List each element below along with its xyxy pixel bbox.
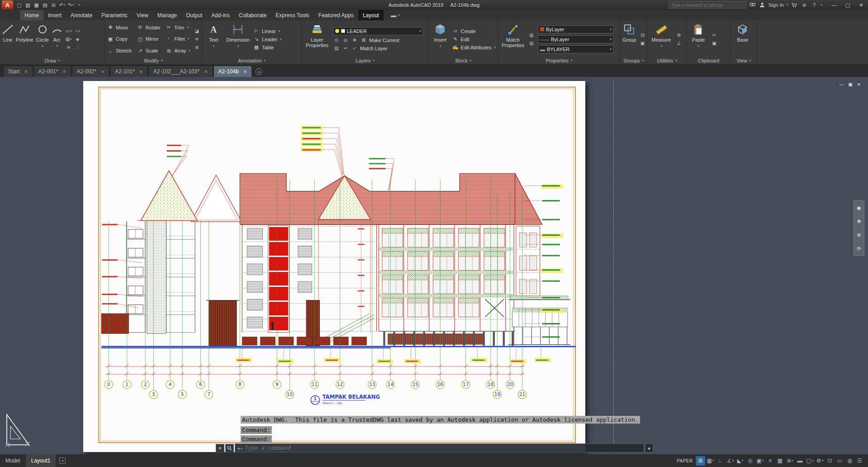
close-tab-icon[interactable]: ✕: [101, 69, 104, 74]
zoom-icon[interactable]: ⊕: [857, 232, 861, 238]
scale-button[interactable]: ↗Scale: [137, 45, 160, 57]
quick-select-icon[interactable]: ⊕: [675, 32, 683, 38]
doc-restore-icon[interactable]: ▣: [848, 82, 852, 87]
file-tab-a2-102-103[interactable]: A2-102___A2-103*✕: [148, 66, 213, 77]
paper-sheet[interactable]: 0124689111213141516171820 357101921: [83, 81, 585, 452]
paste-button[interactable]: Paste ▾: [689, 22, 708, 57]
tab-collaborate[interactable]: Collaborate: [234, 10, 271, 20]
workspace-switch-icon[interactable]: ⚙▾: [815, 456, 825, 466]
insert-button[interactable]: Insert ▾: [431, 22, 450, 57]
tab-addins[interactable]: Add-ins: [207, 10, 234, 20]
object-snap-tracking-icon[interactable]: ◎: [745, 456, 755, 466]
panel-label-layers[interactable]: Layers▾: [302, 57, 428, 64]
leader-button[interactable]: ↘Leader▾: [253, 36, 282, 42]
mirror-button[interactable]: ◫Mirror: [137, 33, 160, 45]
command-close-icon[interactable]: ✕: [216, 444, 224, 453]
fillet-button[interactable]: ◜Fillet▾: [166, 33, 190, 45]
help-icon[interactable]: ?: [810, 1, 818, 9]
tab-insert[interactable]: Insert: [43, 10, 66, 20]
text-button[interactable]: A Text ▾: [204, 22, 223, 57]
tab-home[interactable]: Home: [20, 10, 43, 20]
panel-label-utilities[interactable]: Utilities▾: [648, 57, 686, 64]
save-icon[interactable]: ▦: [32, 1, 41, 9]
tab-layout[interactable]: Layout: [358, 10, 384, 20]
stretch-button[interactable]: ↔Stretch: [107, 45, 132, 57]
panel-label-groups[interactable]: Groups▾: [620, 57, 647, 64]
object-snap-icon[interactable]: ▣▾: [755, 456, 765, 466]
doc-minimize-icon[interactable]: —: [839, 82, 844, 87]
trim-button[interactable]: ✂Trim▾: [166, 22, 190, 33]
panel-label-block[interactable]: Block▾: [429, 57, 498, 64]
new-layout-button[interactable]: +: [59, 457, 66, 464]
move-button[interactable]: ✥Move: [107, 22, 132, 33]
help-search-box[interactable]: [669, 1, 746, 9]
arc-button[interactable]: Arc ▾: [52, 22, 62, 57]
panel-label-draw[interactable]: Draw▾: [0, 57, 104, 64]
file-tab-a2-101[interactable]: A2-101*✕: [110, 66, 148, 77]
lineweight-toggle-icon[interactable]: ≡: [765, 456, 775, 466]
isolate-objects-icon[interactable]: ◍: [845, 456, 854, 466]
ribbon-display-icon[interactable]: ▬: [391, 12, 396, 19]
ribbon-display-caret-icon[interactable]: ▾: [398, 14, 400, 17]
edit-attributes-button[interactable]: ✍Edit Attributes▾: [452, 44, 496, 50]
command-input[interactable]: ▸▾: [235, 443, 644, 453]
tab-view[interactable]: View: [132, 10, 153, 20]
layer-isolate-icon[interactable]: ◎: [342, 37, 349, 43]
help-caret-icon[interactable]: ▾: [821, 3, 822, 7]
command-text-input[interactable]: [245, 445, 641, 451]
panel-label-modify[interactable]: Modify▾: [105, 57, 202, 64]
isodraft-icon[interactable]: ◣▾: [735, 456, 745, 466]
line-button[interactable]: Line: [2, 22, 13, 57]
layer-off-icon[interactable]: ⊙: [333, 37, 340, 43]
paper-space-label[interactable]: PAPER: [677, 458, 693, 463]
copy-button[interactable]: ▣Copy: [107, 33, 132, 45]
undo-icon[interactable]: ↶▾: [58, 1, 66, 9]
create-block-button[interactable]: ▱Create: [452, 28, 496, 34]
command-search-icon[interactable]: [225, 444, 234, 453]
match-properties-button[interactable]: Match Properties: [501, 22, 525, 57]
tab-annotate[interactable]: Annotate: [66, 10, 97, 20]
color-select[interactable]: ByLayer ▾: [538, 25, 614, 33]
annotation-visibility-icon[interactable]: ▬: [795, 456, 805, 466]
point-icon[interactable]: ∴: [74, 44, 81, 51]
close-button[interactable]: ✕: [854, 0, 868, 10]
cut-icon[interactable]: ✂: [711, 32, 718, 38]
linear-button[interactable]: ⊢Linear▾: [253, 28, 282, 34]
tab-manage[interactable]: Manage: [153, 10, 181, 20]
rectangle-icon[interactable]: ▭▾: [65, 28, 72, 34]
minimize-button[interactable]: —: [827, 0, 841, 10]
layout1-tab[interactable]: Layout1: [26, 454, 56, 467]
layer-prev-icon[interactable]: ↩: [342, 45, 349, 52]
autoscale-icon[interactable]: ▢▾: [805, 456, 815, 466]
annotation-monitor-icon[interactable]: ⊡: [825, 456, 835, 466]
polyline-button[interactable]: Polyline: [16, 22, 33, 57]
measure-button[interactable]: Measure ▾: [650, 22, 673, 57]
id-point-icon[interactable]: ∠: [675, 40, 683, 47]
ellipse-icon[interactable]: ○▾: [74, 28, 81, 34]
autodesk-account-icon[interactable]: ⊚: [800, 1, 808, 9]
sign-in-label[interactable]: Sign In: [768, 2, 784, 8]
file-tab-a2-001[interactable]: A2-001*✕: [33, 66, 71, 77]
panel-label-view[interactable]: View▾: [731, 57, 757, 64]
linetype-select[interactable]: —— ByLayer ▾: [538, 35, 614, 43]
array-button[interactable]: ⊞Array▾: [166, 45, 190, 57]
file-tab-start[interactable]: Start✕: [3, 66, 33, 77]
search-input[interactable]: [671, 3, 744, 8]
clean-screen-icon[interactable]: ☰: [855, 456, 864, 466]
table-button[interactable]: ▦Table: [253, 44, 282, 50]
app-store-icon[interactable]: [790, 1, 798, 9]
close-tab-icon[interactable]: ✕: [62, 69, 66, 74]
qat-customize-icon[interactable]: ▾: [75, 1, 84, 9]
navigation-bar[interactable]: ◉ ✥ ⊕ ⟳: [854, 200, 864, 256]
file-tab-a2-002[interactable]: A2-002*✕: [72, 66, 110, 77]
explode-icon[interactable]: ✳: [193, 36, 200, 43]
panel-label-clipboard[interactable]: Clipboard: [687, 57, 730, 64]
close-tab-icon[interactable]: ✕: [204, 69, 208, 74]
autocad-app-icon[interactable]: A: [2, 0, 13, 10]
tab-output[interactable]: Output: [181, 10, 207, 20]
snap-toggle-icon[interactable]: ▦▾: [706, 456, 715, 466]
file-tab-a2-104b[interactable]: A2-104b✕: [213, 66, 252, 77]
sign-in-caret-icon[interactable]: ▾: [787, 3, 788, 7]
select-similar-icon[interactable]: ▥: [528, 32, 535, 38]
redo-icon[interactable]: ↷▾: [66, 1, 75, 9]
